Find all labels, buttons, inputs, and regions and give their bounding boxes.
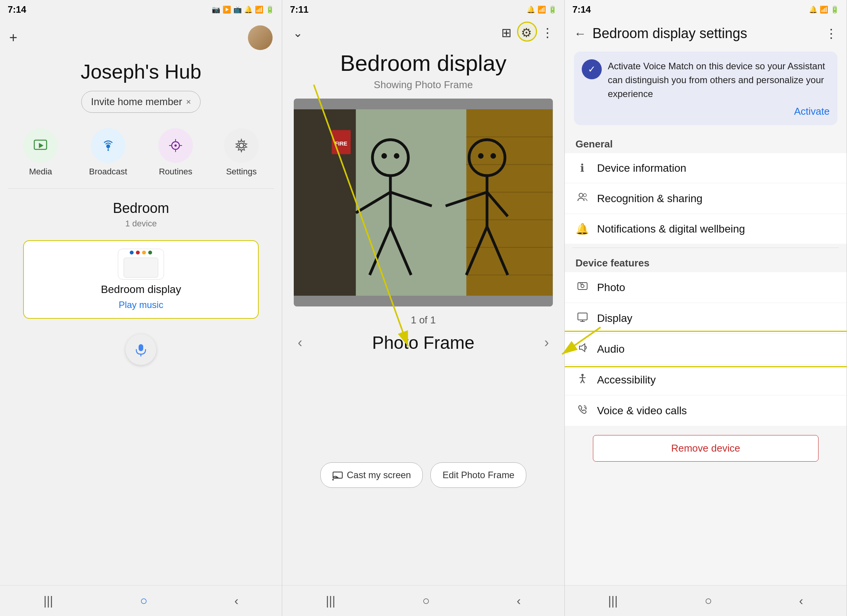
prev-photo-button[interactable]: ‹ <box>298 335 302 351</box>
cast-screen-button[interactable]: Cast my screen <box>320 462 423 488</box>
panel2-bottom-actions: Cast my screen Edit Photo Frame <box>282 455 564 495</box>
accessibility-feature-item[interactable]: Accessibility <box>565 365 847 395</box>
mic-button[interactable] <box>126 334 156 365</box>
device-information-item[interactable]: ℹ Device information <box>565 153 847 183</box>
nav-bar-2: ||| ○ ‹ <box>282 585 564 616</box>
remove-device-button[interactable]: Remove device <box>593 435 819 462</box>
svg-marker-1 <box>39 143 44 148</box>
svg-point-3 <box>107 149 109 151</box>
bell-icon: 🔔 <box>576 223 589 235</box>
photo-icon <box>576 281 589 294</box>
play-music-button[interactable]: Play music <box>119 300 163 310</box>
close-icon[interactable]: × <box>186 97 191 107</box>
photo-feature-item[interactable]: Photo <box>565 272 847 303</box>
status-bar-2: 7:11 🔔 📶 🔋 <box>282 0 564 19</box>
nav-menu-icon-3[interactable]: ||| <box>608 594 618 608</box>
device-icon <box>118 249 164 280</box>
accessibility-icon <box>576 373 589 387</box>
overflow-menu-icon-3[interactable]: ⋮ <box>825 26 837 41</box>
back-button[interactable]: ← <box>574 27 586 41</box>
panel2-title: Bedroom display <box>282 50 564 76</box>
mic-area <box>126 334 156 365</box>
photo-feature-label: Photo <box>597 281 625 294</box>
add-icon[interactable]: + <box>9 30 17 46</box>
avatar[interactable] <box>248 25 273 50</box>
activate-button[interactable]: Activate <box>608 105 830 117</box>
time-3: 7:14 <box>572 4 591 15</box>
audio-icon <box>576 342 589 356</box>
photo-counter: 1 of 1 <box>282 314 564 326</box>
panel-device: 7:11 🔔 📶 🔋 ⌄ ⊞ ⚙ ⋮ Bedroom display Showi <box>282 0 564 616</box>
panel2-header: ⌄ ⊞ ⚙ ⋮ <box>282 19 564 46</box>
svg-rect-46 <box>578 283 587 290</box>
broadcast-icon <box>91 128 126 163</box>
display-feature-item[interactable]: Display <box>565 303 847 334</box>
svg-rect-49 <box>578 313 587 320</box>
panel-home: 7:14 📷 ▶️ 📺 🔔 📶 🔋 + Joseph's Hub Invite … <box>0 0 282 616</box>
voice-match-text: Activate Voice Match on this device so y… <box>608 59 830 101</box>
voice-match-icon: ✓ <box>582 59 602 79</box>
cast-label: Cast my screen <box>347 470 411 480</box>
nav-back-icon[interactable]: ‹ <box>234 594 239 608</box>
time-2: 7:11 <box>290 4 308 15</box>
filter-icon[interactable]: ⊞ <box>501 25 512 40</box>
nav-menu-icon[interactable]: ||| <box>44 594 53 608</box>
nav-back-icon-3[interactable]: ‹ <box>799 594 803 608</box>
hub-title: Joseph's Hub <box>0 60 282 83</box>
recognition-sharing-item[interactable]: Recognition & sharing <box>565 183 847 214</box>
svg-line-57 <box>581 380 583 383</box>
media-action[interactable]: Media <box>23 128 58 177</box>
svg-point-45 <box>583 194 586 197</box>
notifications-label: Notifications & digital wellbeing <box>597 223 745 235</box>
next-photo-button[interactable]: › <box>544 335 549 351</box>
display-label: Display <box>597 312 633 325</box>
photo-frame-display: FIRE <box>294 99 552 306</box>
nav-home-icon[interactable]: ○ <box>140 594 147 608</box>
panel2-actions-header: ⊞ ⚙ ⋮ <box>501 25 554 40</box>
status-icons-3: 🔔 📶 🔋 <box>809 5 839 14</box>
settings-icon <box>224 128 259 163</box>
svg-point-11 <box>239 143 244 148</box>
voice-video-feature-item[interactable]: Voice & video calls <box>565 395 847 426</box>
general-settings-list: ℹ Device information Recognition & shari… <box>565 153 847 244</box>
settings-action[interactable]: Settings <box>224 128 259 177</box>
nav-home-icon-2[interactable]: ○ <box>422 594 430 608</box>
svg-point-33 <box>478 153 484 159</box>
time-1: 7:14 <box>8 4 26 15</box>
bedroom-display-card[interactable]: Bedroom display Play music <box>23 240 259 319</box>
chevron-down-icon[interactable]: ⌄ <box>293 26 303 40</box>
accessibility-label: Accessibility <box>597 374 656 386</box>
nav-menu-icon-2[interactable]: ||| <box>326 594 335 608</box>
nav-back-icon-2[interactable]: ‹ <box>517 594 521 608</box>
nav-home-icon-3[interactable]: ○ <box>705 594 712 608</box>
invite-label: Invite home member <box>91 96 182 108</box>
broadcast-label: Broadcast <box>89 167 127 177</box>
device-features-label: Device features <box>565 252 847 272</box>
device-count: 1 device <box>0 219 282 229</box>
info-icon: ℹ <box>576 162 589 174</box>
svg-point-34 <box>490 153 496 159</box>
svg-point-44 <box>579 193 583 197</box>
room-name: Bedroom <box>0 200 282 216</box>
routines-action[interactable]: Routines <box>158 128 193 177</box>
broadcast-action[interactable]: Broadcast <box>89 128 127 177</box>
svg-point-43 <box>332 479 334 480</box>
svg-point-6 <box>174 144 177 147</box>
audio-label: Audio <box>597 343 625 355</box>
panel3-header: ← Bedroom display settings ⋮ <box>565 19 847 48</box>
routines-label: Routines <box>159 167 192 177</box>
edit-photo-frame-button[interactable]: Edit Photo Frame <box>430 462 526 488</box>
invite-home-member-button[interactable]: Invite home member × <box>81 91 201 113</box>
voice-match-card: ✓ Activate Voice Match on this device so… <box>574 52 837 125</box>
settings-gear-icon[interactable]: ⚙ <box>521 26 532 40</box>
quick-actions: Media Broadcast Routines Settings <box>0 124 282 184</box>
settings-label: Settings <box>226 167 257 177</box>
audio-feature-item[interactable]: Audio Audio <box>565 334 847 365</box>
divider-1 <box>8 188 274 189</box>
device-name: Bedroom display <box>101 283 181 296</box>
overflow-menu-icon[interactable]: ⋮ <box>541 25 554 40</box>
notifications-item[interactable]: 🔔 Notifications & digital wellbeing <box>565 214 847 244</box>
recognition-label: Recognition & sharing <box>597 192 703 205</box>
phone-icon <box>576 404 589 417</box>
media-icon <box>23 128 58 163</box>
